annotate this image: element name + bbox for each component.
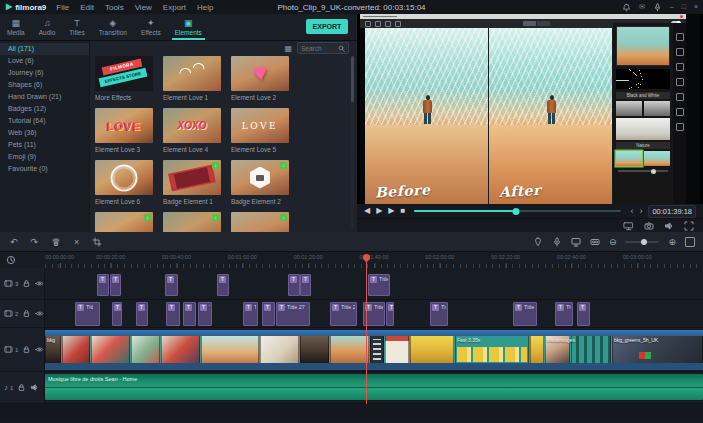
element-item[interactable]: ↓ [163, 212, 221, 232]
eye-icon[interactable] [35, 345, 44, 354]
screen-record-icon[interactable] [571, 237, 581, 247]
play-button[interactable]: ▶ [376, 204, 382, 218]
title-clip[interactable]: T [166, 302, 180, 326]
menu-view[interactable]: View [135, 3, 152, 12]
search-box[interactable] [297, 42, 349, 54]
track-lane[interactable]: Musique libre de droits Sean - Home [45, 372, 703, 403]
menu-file[interactable]: File [56, 3, 69, 12]
scrollbar-thumb[interactable] [351, 56, 354, 102]
record-voiceover-mic-icon[interactable] [552, 237, 562, 247]
video-clip-segment[interactable] [260, 336, 299, 363]
sidebar-item-tutorial[interactable]: Tutorial (64) [0, 115, 89, 127]
video-clip-segment[interactable] [410, 336, 454, 363]
video-clip-segment[interactable] [530, 336, 544, 363]
element-item[interactable]: LOVEElement Love 5 [231, 108, 289, 160]
film-cartridge-icon[interactable] [590, 237, 600, 247]
title-clip[interactable]: T [165, 274, 178, 296]
lock-icon[interactable] [17, 383, 26, 392]
element-item[interactable]: ↓ [231, 212, 289, 232]
fullscreen-icon[interactable] [684, 221, 694, 231]
playhead[interactable] [366, 254, 367, 404]
title-clip[interactable]: T [112, 302, 122, 326]
sidebar-item-shapes[interactable]: Shapes (6) [0, 79, 89, 91]
menu-edit[interactable]: Edit [80, 3, 94, 12]
video-clip-segment[interactable] [385, 336, 409, 363]
tab-transition[interactable]: ◈Transition [92, 14, 134, 40]
seek-bar[interactable] [414, 210, 621, 212]
timeline-ruler[interactable]: 00:00:00:0000:00:20:0000:00:40:0000:01:0… [45, 252, 703, 268]
element-item[interactable]: XOXOElement Love 4 [163, 108, 221, 160]
title-clip[interactable]: T [183, 302, 196, 326]
grid-view-icon[interactable]: ▦ [284, 44, 292, 53]
mic-icon[interactable] [653, 3, 662, 12]
title-clip[interactable]: TTitle [368, 274, 390, 296]
snapshot-camera-icon[interactable] [644, 221, 654, 231]
video-clip-segment[interactable] [300, 336, 329, 363]
element-item[interactable]: ↓Badge Element 1 [163, 160, 221, 212]
sidebar-item-journey[interactable]: Journey (6) [0, 67, 89, 79]
element-item[interactable]: Element Love 6 [95, 160, 153, 212]
zoom-in-icon[interactable]: ⊕ [668, 232, 676, 252]
next-frame-button[interactable]: ▶ [388, 204, 394, 218]
title-clip[interactable]: TTitl [75, 302, 100, 326]
tab-effects[interactable]: ✦Effects [134, 14, 168, 40]
search-input[interactable] [301, 45, 336, 52]
video-clip-segment[interactable] [91, 336, 130, 363]
mark-out-icon[interactable]: › [639, 204, 642, 218]
previous-frame-button[interactable]: ◀ [364, 204, 370, 218]
menu-tools[interactable]: Tools [105, 3, 124, 12]
title-clip[interactable]: T [386, 302, 394, 326]
seek-handle[interactable] [512, 208, 519, 215]
title-clip[interactable]: T [136, 302, 148, 326]
zoom-slider-handle[interactable] [641, 239, 647, 245]
title-clip[interactable]: T [97, 274, 109, 296]
sidebar-item-love[interactable]: Love (6) [0, 55, 89, 67]
title-clip[interactable]: TTitle 27 [513, 302, 537, 326]
element-item[interactable]: ↓ [95, 212, 153, 232]
video-clip-segment[interactable] [370, 336, 384, 363]
title-clip[interactable]: T [110, 274, 121, 296]
sidebar-item-web[interactable]: Web (36) [0, 127, 89, 139]
sidebar-item-all[interactable]: All (171) [0, 43, 89, 55]
timeline-zoom-slider[interactable] [625, 241, 659, 243]
video-clip-segment[interactable]: bkg [45, 336, 61, 363]
element-item[interactable]: LOVEElement Love 3 [95, 108, 153, 160]
lock-icon[interactable] [22, 279, 31, 288]
tab-titles[interactable]: TTitles [62, 14, 91, 40]
video-clip-segment[interactable] [62, 336, 90, 363]
lock-icon[interactable] [22, 345, 31, 354]
title-clip[interactable]: T [217, 274, 229, 296]
element-item[interactable]: ♥Element Love 2 [231, 56, 289, 108]
fit-timeline-icon[interactable] [685, 237, 695, 247]
video-clip-segment[interactable]: visualrouges [545, 336, 570, 363]
maximize-button[interactable]: □ [682, 2, 686, 12]
audio-clip[interactable]: Musique libre de droits Sean - Home [45, 374, 703, 400]
crop-icon[interactable] [92, 237, 102, 247]
bell-icon[interactable] [622, 3, 631, 12]
title-clip[interactable]: TTitle 27 [276, 302, 310, 326]
video-clip-segment[interactable] [131, 336, 160, 363]
title-clip[interactable]: TTitle [430, 302, 448, 326]
title-clip[interactable]: TTitle 2 [330, 302, 357, 326]
sidebar-item-badges[interactable]: Badges (12) [0, 103, 89, 115]
video-clip-segment[interactable]: Fast 3.35x [455, 336, 529, 363]
sidebar-item-hand[interactable]: Hand Drawn (21) [0, 91, 89, 103]
title-clip[interactable]: TTi [577, 302, 590, 326]
sidebar-item-emoji[interactable]: Emoji (9) [0, 151, 89, 163]
title-clip[interactable]: TTi [262, 302, 275, 326]
lock-icon[interactable] [22, 309, 31, 318]
main-video-clip[interactable]: bkgFast 3.35xvisualrougesbkg_greens_5h_U… [45, 330, 703, 370]
title-clip[interactable]: TTitle [555, 302, 573, 326]
title-clip[interactable]: TTitl [243, 302, 258, 326]
scrollbar[interactable] [351, 56, 354, 228]
element-item[interactable]: ↓Badge Element 2 [231, 160, 289, 212]
title-clip[interactable]: T [300, 274, 311, 296]
menu-help[interactable]: Help [197, 3, 213, 12]
tab-media[interactable]: ▦Media [0, 14, 32, 40]
sidebar-item-favourite[interactable]: Favourite (0) [0, 163, 89, 175]
menu-export[interactable]: Export [163, 3, 186, 12]
track-lane[interactable]: TTTTTTTTitle [45, 268, 703, 299]
marker-icon[interactable] [533, 237, 543, 247]
video-clip-segment[interactable]: bkg_greens_5h_UK [612, 336, 703, 363]
element-item[interactable]: Element Love 1 [163, 56, 221, 108]
